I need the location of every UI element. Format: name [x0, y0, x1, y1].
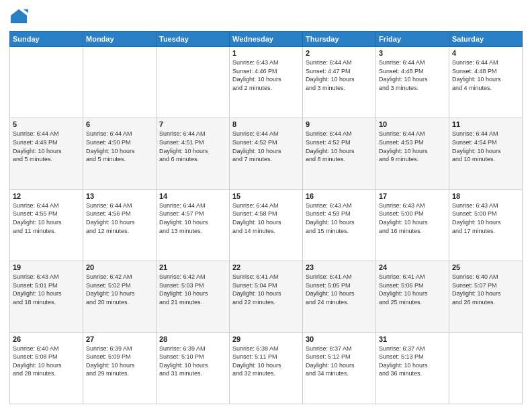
calendar-header-sunday: Sunday [10, 32, 83, 47]
day-number: 24 [379, 263, 446, 271]
day-detail: Sunrise: 6:43 AM Sunset: 5:00 PM Dayligh… [452, 201, 519, 235]
day-number: 9 [306, 120, 373, 128]
day-number: 11 [452, 120, 519, 128]
calendar-week-row: 19Sunrise: 6:43 AM Sunset: 5:01 PM Dayli… [10, 261, 523, 332]
day-number: 1 [232, 49, 300, 57]
day-detail: Sunrise: 6:41 AM Sunset: 5:06 PM Dayligh… [379, 273, 446, 306]
day-number: 2 [306, 49, 373, 57]
calendar-day-cell: 5Sunrise: 6:44 AM Sunset: 4:49 PM Daylig… [10, 118, 83, 189]
calendar-header-monday: Monday [83, 32, 157, 47]
calendar-week-row: 26Sunrise: 6:40 AM Sunset: 5:08 PM Dayli… [10, 332, 523, 404]
calendar-day-cell: 15Sunrise: 6:44 AM Sunset: 4:58 PM Dayli… [230, 189, 303, 261]
calendar-day-cell: 17Sunrise: 6:43 AM Sunset: 5:00 PM Dayli… [376, 189, 449, 261]
calendar-day-cell: 3Sunrise: 6:44 AM Sunset: 4:48 PM Daylig… [376, 47, 449, 118]
day-detail: Sunrise: 6:37 AM Sunset: 5:13 PM Dayligh… [379, 345, 446, 378]
day-number: 15 [232, 192, 300, 200]
day-number: 12 [13, 192, 80, 200]
day-detail: Sunrise: 6:39 AM Sunset: 5:10 PM Dayligh… [159, 345, 226, 378]
calendar-day-cell: 7Sunrise: 6:44 AM Sunset: 4:51 PM Daylig… [157, 118, 230, 189]
calendar-header-tuesday: Tuesday [157, 32, 230, 47]
day-detail: Sunrise: 6:41 AM Sunset: 5:04 PM Dayligh… [232, 273, 300, 306]
calendar-day-cell: 25Sunrise: 6:40 AM Sunset: 5:07 PM Dayli… [449, 261, 523, 332]
day-number: 5 [13, 120, 80, 128]
day-detail: Sunrise: 6:42 AM Sunset: 5:03 PM Dayligh… [159, 273, 226, 306]
day-number: 8 [232, 120, 300, 128]
svg-marker-0 [11, 9, 27, 24]
day-detail: Sunrise: 6:43 AM Sunset: 4:46 PM Dayligh… [232, 58, 300, 92]
day-detail: Sunrise: 6:43 AM Sunset: 4:59 PM Dayligh… [306, 201, 373, 235]
day-number: 27 [86, 335, 153, 343]
calendar-week-row: 5Sunrise: 6:44 AM Sunset: 4:49 PM Daylig… [10, 118, 523, 189]
page-container: SundayMondayTuesdayWednesdayThursdayFrid… [0, 0, 532, 411]
day-number: 29 [232, 335, 300, 343]
day-detail: Sunrise: 6:39 AM Sunset: 5:09 PM Dayligh… [86, 345, 153, 378]
day-detail: Sunrise: 6:44 AM Sunset: 4:52 PM Dayligh… [232, 130, 300, 163]
day-detail: Sunrise: 6:42 AM Sunset: 5:02 PM Dayligh… [86, 273, 153, 306]
day-detail: Sunrise: 6:38 AM Sunset: 5:11 PM Dayligh… [232, 345, 300, 378]
day-number: 13 [86, 192, 153, 200]
calendar-day-cell: 30Sunrise: 6:37 AM Sunset: 5:12 PM Dayli… [303, 332, 376, 404]
calendar-week-row: 12Sunrise: 6:44 AM Sunset: 4:55 PM Dayli… [10, 189, 523, 261]
calendar-day-cell [10, 47, 83, 118]
calendar-day-cell: 24Sunrise: 6:41 AM Sunset: 5:06 PM Dayli… [376, 261, 449, 332]
day-number: 18 [452, 192, 519, 200]
day-number: 4 [452, 49, 519, 57]
calendar-day-cell: 12Sunrise: 6:44 AM Sunset: 4:55 PM Dayli… [10, 189, 83, 261]
day-detail: Sunrise: 6:44 AM Sunset: 4:48 PM Dayligh… [452, 58, 519, 92]
day-detail: Sunrise: 6:44 AM Sunset: 4:53 PM Dayligh… [379, 130, 446, 163]
day-number: 28 [159, 335, 226, 343]
calendar-day-cell: 31Sunrise: 6:37 AM Sunset: 5:13 PM Dayli… [376, 332, 449, 404]
calendar-day-cell: 16Sunrise: 6:43 AM Sunset: 4:59 PM Dayli… [303, 189, 376, 261]
day-detail: Sunrise: 6:44 AM Sunset: 4:54 PM Dayligh… [452, 130, 519, 163]
day-number: 31 [379, 335, 446, 343]
day-detail: Sunrise: 6:44 AM Sunset: 4:57 PM Dayligh… [159, 201, 226, 235]
calendar-week-row: 1Sunrise: 6:43 AM Sunset: 4:46 PM Daylig… [10, 47, 523, 118]
calendar-day-cell [449, 332, 523, 404]
day-number: 3 [379, 49, 446, 57]
day-detail: Sunrise: 6:44 AM Sunset: 4:51 PM Dayligh… [159, 130, 226, 163]
calendar-day-cell: 14Sunrise: 6:44 AM Sunset: 4:57 PM Dayli… [157, 189, 230, 261]
day-detail: Sunrise: 6:40 AM Sunset: 5:08 PM Dayligh… [13, 345, 80, 378]
calendar-day-cell [157, 47, 230, 118]
calendar-day-cell: 19Sunrise: 6:43 AM Sunset: 5:01 PM Dayli… [10, 261, 83, 332]
calendar-day-cell: 9Sunrise: 6:44 AM Sunset: 4:52 PM Daylig… [303, 118, 376, 189]
calendar-day-cell: 1Sunrise: 6:43 AM Sunset: 4:46 PM Daylig… [230, 47, 303, 118]
day-number: 21 [159, 263, 226, 271]
day-detail: Sunrise: 6:44 AM Sunset: 4:56 PM Dayligh… [86, 201, 153, 235]
calendar-day-cell: 23Sunrise: 6:41 AM Sunset: 5:05 PM Dayli… [303, 261, 376, 332]
day-number: 7 [159, 120, 226, 128]
calendar-day-cell: 29Sunrise: 6:38 AM Sunset: 5:11 PM Dayli… [230, 332, 303, 404]
day-detail: Sunrise: 6:44 AM Sunset: 4:58 PM Dayligh… [232, 201, 300, 235]
calendar-day-cell: 13Sunrise: 6:44 AM Sunset: 4:56 PM Dayli… [83, 189, 157, 261]
day-number: 20 [86, 263, 153, 271]
day-number: 14 [159, 192, 226, 200]
logo [9, 7, 31, 26]
calendar-day-cell: 20Sunrise: 6:42 AM Sunset: 5:02 PM Dayli… [83, 261, 157, 332]
day-detail: Sunrise: 6:41 AM Sunset: 5:05 PM Dayligh… [306, 273, 373, 306]
header [9, 7, 523, 26]
calendar-day-cell: 26Sunrise: 6:40 AM Sunset: 5:08 PM Dayli… [10, 332, 83, 404]
calendar-header-friday: Friday [376, 32, 449, 47]
calendar-day-cell: 4Sunrise: 6:44 AM Sunset: 4:48 PM Daylig… [449, 47, 523, 118]
calendar-header-saturday: Saturday [449, 32, 523, 47]
day-detail: Sunrise: 6:44 AM Sunset: 4:55 PM Dayligh… [13, 201, 80, 235]
day-detail: Sunrise: 6:44 AM Sunset: 4:49 PM Dayligh… [13, 130, 80, 163]
calendar-day-cell: 2Sunrise: 6:44 AM Sunset: 4:47 PM Daylig… [303, 47, 376, 118]
calendar-day-cell [83, 47, 157, 118]
day-detail: Sunrise: 6:44 AM Sunset: 4:50 PM Dayligh… [86, 130, 153, 163]
calendar-day-cell: 6Sunrise: 6:44 AM Sunset: 4:50 PM Daylig… [83, 118, 157, 189]
logo-icon [9, 7, 28, 26]
calendar-day-cell: 27Sunrise: 6:39 AM Sunset: 5:09 PM Dayli… [83, 332, 157, 404]
calendar-table: SundayMondayTuesdayWednesdayThursdayFrid… [9, 31, 523, 404]
calendar-day-cell: 11Sunrise: 6:44 AM Sunset: 4:54 PM Dayli… [449, 118, 523, 189]
day-detail: Sunrise: 6:43 AM Sunset: 5:00 PM Dayligh… [379, 201, 446, 235]
calendar-header-thursday: Thursday [303, 32, 376, 47]
day-detail: Sunrise: 6:44 AM Sunset: 4:48 PM Dayligh… [379, 58, 446, 92]
day-number: 23 [306, 263, 373, 271]
calendar-header-row: SundayMondayTuesdayWednesdayThursdayFrid… [10, 32, 523, 47]
day-number: 17 [379, 192, 446, 200]
day-number: 6 [86, 120, 153, 128]
day-number: 22 [232, 263, 300, 271]
day-number: 19 [13, 263, 80, 271]
svg-marker-1 [24, 9, 28, 13]
